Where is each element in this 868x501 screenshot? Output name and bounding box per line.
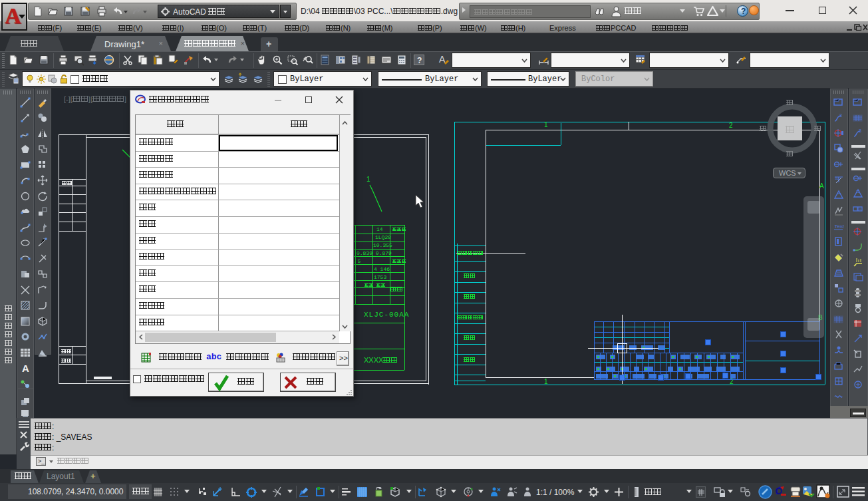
svg-text:3: 3 xyxy=(839,113,842,118)
svg-text:1: 1 xyxy=(859,207,862,211)
svg-text:12: 12 xyxy=(856,190,860,194)
svg-text:Text: Text xyxy=(834,224,845,230)
svg-text:32: 32 xyxy=(835,176,839,180)
svg-text:3: 3 xyxy=(859,128,861,133)
svg-text:A: A xyxy=(22,363,29,374)
